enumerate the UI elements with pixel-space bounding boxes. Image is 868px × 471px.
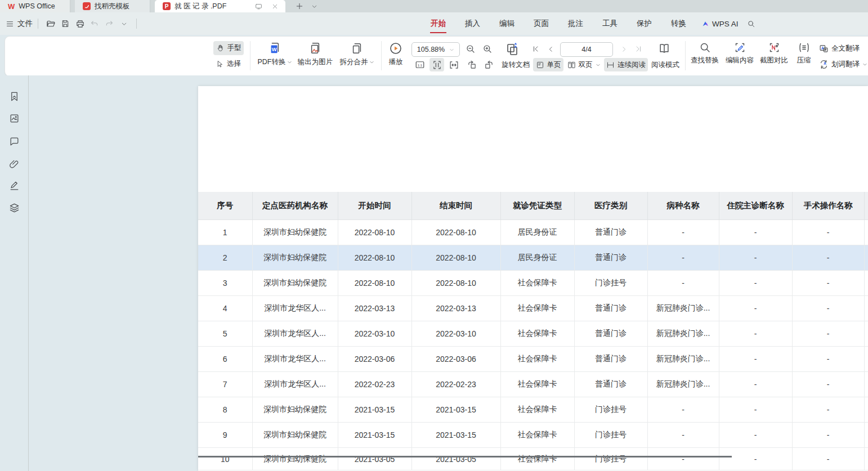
docer-logo-icon [83, 2, 91, 10]
zoom-in-button[interactable] [480, 42, 495, 56]
print-icon [75, 19, 85, 29]
table-cell: 普通门诊 [574, 296, 647, 321]
actual-size-button[interactable]: 1:1 [413, 58, 427, 71]
play-presentation-button[interactable]: 播放 [383, 42, 408, 67]
table-body: 1深圳市妇幼保健院2022-08-102022-08-10居民身份证普通门诊--… [198, 220, 868, 470]
screenshot-compare-button[interactable]: 截图对比 [757, 42, 791, 65]
sidebar-comment-button[interactable] [7, 134, 21, 149]
table-cell: - [792, 220, 864, 245]
screenshot-compare-label: 截图对比 [760, 56, 788, 65]
search-menu-button[interactable] [744, 16, 759, 31]
chevron-down-icon [121, 21, 127, 27]
tab-comment[interactable]: 批注 [558, 16, 593, 31]
table-cell: 2022-08-10 [338, 220, 411, 245]
print-button[interactable] [73, 16, 87, 31]
single-page-icon [536, 61, 544, 69]
pdf-convert-button[interactable]: W PDF转换 [253, 42, 297, 67]
hamburger-icon [6, 20, 14, 28]
table-cell: 普通门诊 [574, 372, 647, 397]
last-page-button[interactable] [632, 42, 645, 56]
divider [685, 41, 686, 70]
tab-home[interactable]: 开始 [421, 16, 455, 31]
table-row: 9深圳市妇幼保健院2021-03-152021-03-15社会保障卡门诊挂号--… [198, 423, 868, 448]
tab-wps-ai[interactable]: WPS AI [696, 20, 744, 28]
first-page-button[interactable] [530, 42, 542, 56]
split-merge-button[interactable]: 拆分合并 [335, 42, 378, 67]
document-canvas[interactable]: 序号定点医药机构名称开始时间结束时间就诊凭证类型医疗类别病种名称住院主诊断名称手… [0, 75, 868, 471]
previous-page-button[interactable] [544, 42, 557, 56]
double-page-button[interactable]: 双页 [566, 58, 602, 71]
new-tab-button[interactable] [293, 0, 306, 12]
tab-tools[interactable]: 工具 [593, 16, 627, 31]
tab-docer-templates[interactable]: 找稻壳模板 [75, 0, 150, 12]
table-cell: 2022-08-10 [338, 245, 411, 271]
read-mode-button[interactable] [654, 40, 675, 57]
next-page-button[interactable] [618, 42, 630, 56]
tab-list-button[interactable] [308, 0, 320, 12]
tab-label: WPS Office [19, 2, 55, 10]
table-cell: 2022-03-13 [338, 296, 411, 321]
tab-wps-office-home[interactable]: W WPS Office [0, 0, 70, 12]
double-page-label: 双页 [579, 60, 593, 70]
share-to-screen-icon[interactable] [252, 0, 265, 12]
tab-label: 找稻壳模板 [95, 2, 130, 11]
tab-convert[interactable]: 转换 [661, 16, 696, 31]
tab-document-active[interactable]: P 就 医 记 录 .PDF [155, 0, 285, 12]
zoom-out-button[interactable] [463, 42, 478, 56]
sidebar-attachment-button[interactable] [7, 156, 21, 171]
swap-pages-button[interactable] [504, 41, 521, 57]
tab-page[interactable]: 页面 [524, 16, 558, 31]
table-header-cell: 就诊凭证类型 [500, 192, 574, 220]
save-button[interactable] [58, 16, 73, 31]
fit-width-button[interactable] [446, 58, 461, 71]
export-as-image-button[interactable]: 输出为图片 [295, 42, 335, 67]
table-row: 4深圳市龙华区人...2022-03-132022-03-13社会保障卡普通门诊… [198, 296, 868, 321]
page-number-input[interactable]: 4/4 [560, 42, 613, 57]
table-row: 10深圳市妇幼保健院2021-03-052021-03-05社会保障卡门诊挂号-… [198, 448, 868, 470]
word-translate-button[interactable]: Ax 划词翻译 [819, 57, 868, 71]
pdf-page[interactable]: 序号定点医药机构名称开始时间结束时间就诊凭证类型医疗类别病种名称住院主诊断名称手… [198, 86, 868, 471]
table-cell: 门诊挂号 [574, 448, 647, 470]
read-mode-label[interactable]: 阅读模式 [649, 58, 682, 71]
fit-page-button[interactable] [429, 58, 444, 71]
table-cell: 新冠肺炎门诊... [647, 321, 719, 347]
pdf-convert-icon: W [269, 42, 281, 55]
table-bottom-scrollbar[interactable] [198, 456, 732, 457]
file-menu-button[interactable]: 文件 [6, 19, 33, 29]
compress-icon [798, 42, 810, 53]
divider [136, 19, 137, 29]
hand-tool-button[interactable]: 手型 [213, 41, 244, 55]
table-cell: - [719, 448, 792, 470]
undo-button[interactable] [87, 16, 102, 31]
find-replace-button[interactable]: 查找替换 [687, 42, 722, 65]
zoom-level-dropdown[interactable]: 105.88% [411, 42, 460, 57]
sidebar-layers-button[interactable] [7, 200, 21, 215]
edit-content-button[interactable]: 编辑内容 [722, 42, 757, 65]
export-image-label: 输出为图片 [298, 57, 333, 67]
table-row: 1深圳市妇幼保健院2022-08-102022-08-10居民身份证普通门诊--… [198, 220, 868, 245]
rotate-left-button[interactable] [464, 58, 479, 71]
rotate-document-label[interactable]: 旋转文档 [499, 58, 532, 71]
continuous-read-button[interactable]: 连续阅读 [604, 58, 648, 71]
table-row: 7深圳市龙华区人...2022-02-232022-02-23社会保障卡普通门诊… [198, 372, 868, 397]
single-page-button[interactable]: 单页 [533, 58, 563, 71]
tab-insert[interactable]: 插入 [455, 16, 490, 31]
compress-button[interactable]: 压缩 [791, 42, 817, 65]
tab-edit[interactable]: 编辑 [490, 16, 524, 31]
comment-icon [9, 136, 20, 147]
tab-protect[interactable]: 保护 [627, 16, 661, 31]
select-tool-button[interactable]: 选择 [213, 57, 244, 71]
quick-toolbar-more-button[interactable] [117, 16, 131, 31]
sidebar-signature-button[interactable] [7, 178, 21, 193]
redo-button[interactable] [102, 16, 117, 31]
close-tab-icon[interactable] [269, 0, 281, 12]
sidebar-thumbnail-button[interactable] [7, 111, 21, 125]
open-file-button[interactable] [43, 16, 58, 31]
table-header-cell: 序号 [198, 192, 252, 220]
table-header-cell: 结束时间 [411, 192, 500, 220]
sidebar-bookmark-button[interactable] [7, 89, 21, 104]
full-text-translate-button[interactable]: A 全文翻译 [819, 42, 867, 55]
table-cell: - [719, 245, 792, 271]
rotate-right-button[interactable] [481, 58, 496, 71]
fit-page-icon [432, 60, 442, 70]
